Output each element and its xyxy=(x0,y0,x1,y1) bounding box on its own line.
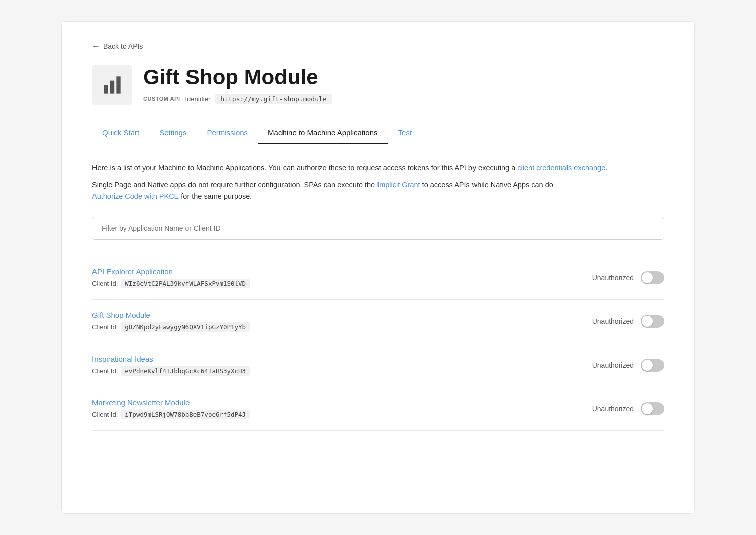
table-row: Inspirational Ideas Client Id: evPdneKvl… xyxy=(92,343,664,387)
client-id-value-3: evPdneKvlf4TJbbqGcXc64IaHS3yXcH3 xyxy=(121,366,250,376)
description-section: Here is a list of your Machine to Machin… xyxy=(92,162,664,203)
app-status-4: Unauthorized xyxy=(592,402,664,415)
api-meta: CUSTOM API Identifier https://my.gift-sh… xyxy=(143,94,332,104)
filter-input[interactable] xyxy=(92,217,664,240)
back-arrow-icon: ← xyxy=(92,42,100,51)
custom-api-badge: CUSTOM API xyxy=(143,96,180,102)
toggle-1[interactable] xyxy=(641,271,664,284)
client-id-label-3: Client Id: xyxy=(92,367,118,375)
app-client-id-row-4: Client Id: iTpwd9mLSRjOW78bbBeB7voe6rf5d… xyxy=(92,410,250,419)
status-text-3: Unauthorized xyxy=(592,361,634,369)
page-container: ← Back to APIs Gift Shop Module CUSTOM A… xyxy=(61,21,695,514)
status-text-4: Unauthorized xyxy=(592,405,634,413)
status-text-2: Unauthorized xyxy=(592,317,634,325)
app-info-2: Gift Shop Module Client Id: gDZNKpd2yFww… xyxy=(92,311,250,332)
implicit-grant-link[interactable]: Implicit Grant xyxy=(377,181,420,189)
identifier-value: https://my.gift-shop.module xyxy=(215,94,331,104)
description-line2: Single Page and Native apps do not requi… xyxy=(92,179,664,202)
authorize-code-pkce-link[interactable]: Authorize Code with PKCE xyxy=(92,192,179,200)
svg-rect-2 xyxy=(116,76,120,93)
app-info-1: API Explorer Application Client Id: WIz6… xyxy=(92,267,250,288)
desc-line2-suffix: for the same purpose. xyxy=(179,192,252,200)
app-client-id-row-1: Client Id: WIz6eVtC2PAL39kvfWLAFSxPvm1S0… xyxy=(92,279,250,288)
tabs-nav: Quick Start Settings Permissions Machine… xyxy=(92,121,664,144)
status-text-1: Unauthorized xyxy=(592,274,634,282)
tab-m2m[interactable]: Machine to Machine Applications xyxy=(258,121,388,144)
app-client-id-row-3: Client Id: evPdneKvlf4TJbbqGcXc64IaHS3yX… xyxy=(92,366,250,376)
client-id-label-4: Client Id: xyxy=(92,411,118,418)
tab-test[interactable]: Test xyxy=(388,121,422,144)
client-id-label-1: Client Id: xyxy=(92,280,118,287)
app-client-id-row-2: Client Id: gDZNKpd2yFwwygyN6QXV1ipGzY0P1… xyxy=(92,322,250,332)
filter-section xyxy=(92,217,664,240)
desc-line1-prefix: Here is a list of your Machine to Machin… xyxy=(92,164,517,172)
app-status-2: Unauthorized xyxy=(592,315,664,328)
description-line1: Here is a list of your Machine to Machin… xyxy=(92,162,664,174)
client-id-value-4: iTpwd9mLSRjOW78bbBeB7voe6rf5dP4J xyxy=(121,410,250,419)
app-name-3[interactable]: Inspirational Ideas xyxy=(92,354,250,363)
desc-line1-suffix: . xyxy=(605,164,607,172)
client-id-value-2: gDZNKpd2yFwwygyN6QXV1ipGzY0P1yYb xyxy=(121,322,250,332)
app-name-4[interactable]: Marketing Newsletter Module xyxy=(92,398,250,407)
app-info-3: Inspirational Ideas Client Id: evPdneKvl… xyxy=(92,354,250,376)
client-credentials-link[interactable]: client credentials exchange xyxy=(517,164,605,172)
toggle-2[interactable] xyxy=(641,315,664,328)
app-name-2[interactable]: Gift Shop Module xyxy=(92,311,250,319)
api-title: Gift Shop Module xyxy=(143,66,332,89)
back-to-apis-link[interactable]: ← Back to APIs xyxy=(92,42,664,51)
app-status-3: Unauthorized xyxy=(592,359,664,372)
identifier-label: Identifier xyxy=(185,95,210,103)
api-header: Gift Shop Module CUSTOM API Identifier h… xyxy=(92,65,664,105)
table-row: Marketing Newsletter Module Client Id: i… xyxy=(92,387,664,431)
desc-line2-middle: to access APIs while Native Apps can do xyxy=(420,181,553,189)
client-id-value-1: WIz6eVtC2PAL39kvfWLAFSxPvm1S0lVD xyxy=(121,279,250,288)
app-info-4: Marketing Newsletter Module Client Id: i… xyxy=(92,398,250,419)
toggle-4[interactable] xyxy=(641,402,664,415)
apps-list: API Explorer Application Client Id: WIz6… xyxy=(92,256,664,431)
svg-rect-1 xyxy=(110,81,114,94)
api-icon-svg xyxy=(102,75,122,95)
tab-permissions[interactable]: Permissions xyxy=(197,121,258,144)
api-icon-container xyxy=(92,65,132,105)
app-status-1: Unauthorized xyxy=(592,271,664,284)
table-row: API Explorer Application Client Id: WIz6… xyxy=(92,256,664,300)
tab-settings[interactable]: Settings xyxy=(149,121,197,144)
toggle-3[interactable] xyxy=(641,359,664,372)
svg-rect-0 xyxy=(104,85,108,94)
desc-line2-prefix: Single Page and Native apps do not requi… xyxy=(92,181,377,189)
client-id-label-2: Client Id: xyxy=(92,323,118,331)
back-link-label: Back to APIs xyxy=(103,42,143,50)
api-header-info: Gift Shop Module CUSTOM API Identifier h… xyxy=(143,66,332,104)
app-name-1[interactable]: API Explorer Application xyxy=(92,267,250,276)
table-row: Gift Shop Module Client Id: gDZNKpd2yFww… xyxy=(92,300,664,343)
tab-quick-start[interactable]: Quick Start xyxy=(92,121,149,144)
